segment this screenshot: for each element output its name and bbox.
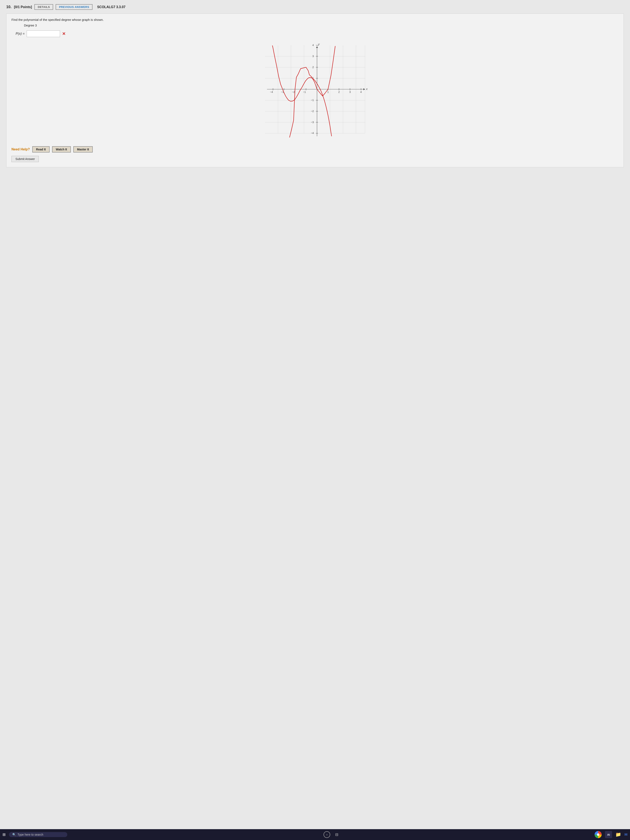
taskbar-center: ○ ⊟ bbox=[67, 831, 595, 838]
px-label: P(x) = bbox=[16, 32, 25, 36]
px-row: P(x) = ✕ bbox=[16, 30, 619, 37]
svg-text:x: x bbox=[366, 87, 368, 91]
search-icon: 🔍 bbox=[12, 833, 16, 836]
need-help-row: Need Help? Read It Watch It Master It bbox=[11, 146, 619, 153]
ai-badge[interactable]: Ai bbox=[605, 831, 612, 838]
submit-row: Submit Answer bbox=[11, 156, 619, 162]
mail-icon[interactable]: ✉ bbox=[624, 832, 627, 837]
taskbar-search-text: Type here to search bbox=[17, 833, 43, 836]
previous-answers-button[interactable]: PREVIOUS ANSWERS bbox=[55, 4, 93, 10]
svg-text:y: y bbox=[318, 42, 320, 46]
svg-text:−1: −1 bbox=[303, 91, 306, 93]
watch-it-button[interactable]: Watch It bbox=[52, 146, 71, 153]
taskbar: ⊞ 🔍 Type here to search ○ ⊟ Ai 📁 ✉ bbox=[0, 829, 630, 840]
svg-text:4: 4 bbox=[360, 91, 362, 93]
start-button[interactable]: ⊞ bbox=[3, 832, 6, 837]
svg-text:2: 2 bbox=[312, 66, 314, 69]
svg-text:−2: −2 bbox=[311, 110, 314, 113]
submit-button[interactable]: Submit Answer bbox=[11, 156, 39, 162]
taskbar-search-bar[interactable]: 🔍 Type here to search bbox=[9, 832, 67, 837]
error-mark: ✕ bbox=[62, 31, 66, 36]
taskbar-circle-button[interactable]: ○ bbox=[324, 831, 330, 838]
question-body: Find the polynomial of the specified deg… bbox=[6, 14, 624, 167]
svg-text:2: 2 bbox=[338, 91, 340, 93]
main-content: 10. [0/1 Points] DETAILS PREVIOUS ANSWER… bbox=[0, 0, 630, 829]
svg-text:1: 1 bbox=[327, 91, 329, 93]
svg-text:−3: −3 bbox=[311, 121, 314, 124]
svg-text:−1: −1 bbox=[311, 99, 314, 102]
question-header: 10. [0/1 Points] DETAILS PREVIOUS ANSWER… bbox=[6, 4, 624, 10]
px-input[interactable] bbox=[27, 30, 60, 37]
svg-text:4: 4 bbox=[312, 44, 314, 47]
svg-text:3: 3 bbox=[312, 55, 314, 58]
svg-text:−4: −4 bbox=[270, 91, 273, 93]
degree-label: Degree 3 bbox=[24, 24, 619, 27]
read-it-button[interactable]: Read It bbox=[32, 146, 50, 153]
master-it-button[interactable]: Master It bbox=[73, 146, 93, 153]
svg-text:3: 3 bbox=[349, 91, 351, 93]
points-label: [0/1 Points] bbox=[14, 5, 32, 9]
graph-svg: x y −4 −3 −2 −1 1 2 3 4 4 3 2 1 −1 −2 −3… bbox=[261, 41, 369, 141]
folder-icon[interactable]: 📁 bbox=[616, 832, 621, 837]
question-number: 10. bbox=[6, 5, 11, 9]
details-button[interactable]: DETAILS bbox=[35, 4, 53, 10]
question-code: SCOLALG7 3.3.07 bbox=[97, 5, 125, 9]
svg-text:−2: −2 bbox=[292, 91, 295, 93]
instruction-text: Find the polynomial of the specified deg… bbox=[11, 18, 619, 22]
svg-text:−4: −4 bbox=[311, 132, 314, 134]
taskbar-widget-icon[interactable]: ⊟ bbox=[335, 832, 338, 837]
need-help-label: Need Help? bbox=[11, 147, 30, 151]
chrome-icon[interactable] bbox=[595, 831, 602, 838]
graph-container: x y −4 −3 −2 −1 1 2 3 4 4 3 2 1 −1 −2 −3… bbox=[11, 41, 619, 141]
taskbar-right: Ai 📁 ✉ bbox=[595, 831, 627, 838]
